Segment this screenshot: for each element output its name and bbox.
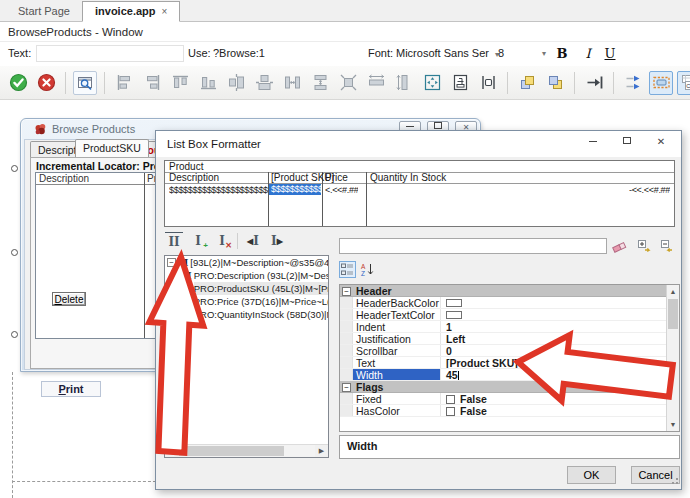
preview-sample-price[interactable]: <.<<#.##: [325, 185, 358, 196]
minimize-button[interactable]: [577, 131, 609, 153]
tree-column-item[interactable]: IPRO:Price (37D(16)|M~Price~L(2: [165, 295, 328, 308]
space-evenly-across-button[interactable]: [280, 71, 304, 95]
contain-controls-button[interactable]: [448, 71, 472, 95]
column-divider[interactable]: [268, 172, 269, 226]
selection-handle[interactable]: [11, 249, 18, 256]
preview-sample-sku-selected[interactable]: $$$$$$$$$$$: [269, 184, 321, 195]
grid-category-header[interactable]: −Header: [340, 285, 668, 297]
flow-order-button[interactable]: [621, 71, 645, 95]
cancel-button[interactable]: [34, 71, 58, 95]
accept-button[interactable]: [6, 71, 30, 95]
underline-button[interactable]: U: [600, 43, 620, 63]
expand-all-icon[interactable]: [636, 238, 653, 255]
set-tab-order-button[interactable]: [582, 71, 606, 95]
grid-row-justification[interactable]: JustificationLeft: [340, 333, 668, 345]
color-swatch[interactable]: [446, 299, 462, 307]
align-middle-vertical-button[interactable]: [224, 71, 248, 95]
grid-row-headerbackcolor[interactable]: HeaderBackColor: [340, 297, 668, 309]
center-in-window-button[interactable]: [420, 71, 444, 95]
collapse-icon[interactable]: −: [342, 383, 351, 392]
sort-alphabetical-icon[interactable]: AZ: [359, 261, 376, 278]
italic-button[interactable]: I: [578, 43, 598, 63]
equal-spacing-button[interactable]: [476, 71, 500, 95]
space-evenly-down-button[interactable]: [308, 71, 332, 95]
preview-col-qty-header[interactable]: Quantity In Stock: [370, 173, 446, 183]
scrollbar-thumb[interactable]: [179, 446, 284, 456]
grid-row-scrollbar[interactable]: Scrollbar0: [340, 345, 668, 357]
close-button[interactable]: ✕: [645, 131, 677, 153]
tab-start-page[interactable]: Start Page: [6, 2, 82, 21]
collapse-icon[interactable]: −: [342, 287, 351, 296]
font-size-select[interactable]: 8▾: [498, 45, 546, 62]
column-divider[interactable]: [366, 172, 367, 226]
tab-invoice-app[interactable]: invoice.app×: [82, 1, 180, 22]
preview-col-price-header[interactable]: Price: [325, 173, 348, 183]
collapse-toggle-icon[interactable]: −: [167, 258, 176, 267]
list-column-description[interactable]: Description: [39, 173, 89, 184]
send-to-back-button[interactable]: [543, 71, 567, 95]
move-column-right-icon[interactable]: I▶: [268, 232, 286, 250]
tree-horizontal-scrollbar[interactable]: ◀ ▶: [165, 444, 328, 457]
grid-category-flags[interactable]: −Flags: [340, 381, 668, 393]
eraser-icon[interactable]: [611, 238, 628, 255]
scroll-right-icon[interactable]: ▶: [315, 445, 328, 457]
grid-row-width[interactable]: Width45: [340, 369, 668, 381]
tree-root-item[interactable]: −II[93L(2)|M~Description~@s35@45L(3: [165, 256, 328, 269]
align-top-edges-button[interactable]: [168, 71, 192, 95]
maximize-button[interactable]: [611, 131, 643, 153]
grid-row-hascolor[interactable]: HasColorFalse: [340, 405, 668, 417]
align-right-edges-button[interactable]: [140, 71, 164, 95]
delete-button[interactable]: Delete: [52, 292, 86, 306]
tree-column-item[interactable]: IPRO:QuantityInStock (58D(30)|M: [165, 308, 328, 321]
selection-handle[interactable]: [11, 331, 18, 338]
resize-same-width-button[interactable]: [364, 71, 388, 95]
ok-button[interactable]: OK: [567, 466, 616, 484]
align-bottom-edges-button[interactable]: [196, 71, 220, 95]
bold-button[interactable]: B: [552, 43, 572, 63]
dialog-title-bar[interactable]: List Box Formatter ✕: [156, 131, 681, 157]
scroll-left-icon[interactable]: ◀: [165, 445, 178, 457]
column-tree[interactable]: −II[93L(2)|M~Description~@s35@45L(3IPRO:…: [164, 255, 329, 458]
toggle-selection-outline-button[interactable]: [649, 71, 673, 95]
categorized-view-icon[interactable]: [339, 261, 356, 278]
font-name-select[interactable]: Microsoft Sans Ser▾: [396, 45, 499, 62]
print-button[interactable]: Print: [41, 381, 101, 397]
column-properties-icon[interactable]: II: [165, 232, 183, 250]
bring-to-front-button[interactable]: [515, 71, 539, 95]
toggle-cancel-overlay-button[interactable]: Can: [677, 71, 690, 95]
property-filter-input[interactable]: [339, 238, 607, 254]
text-input[interactable]: [36, 45, 184, 62]
use-value[interactable]: ?Browse:1: [213, 47, 265, 59]
preview-col-description-header[interactable]: Description: [169, 173, 219, 183]
scroll-up-icon[interactable]: ▲: [667, 285, 679, 298]
color-swatch[interactable]: [446, 311, 462, 319]
scroll-down-icon[interactable]: ▼: [667, 418, 679, 431]
resize-grip[interactable]: [670, 478, 678, 486]
delete-column-icon[interactable]: I✕: [213, 232, 231, 250]
tree-column-item[interactable]: IPRO:Description (93L(2)|M~Desc: [165, 269, 328, 282]
grid-row-headertextcolor[interactable]: HeaderTextColor: [340, 309, 668, 321]
preview-sample-description[interactable]: $$$$$$$$$$$$$$$$$$$$$$$$$$: [169, 185, 268, 196]
scrollbar-thumb[interactable]: [668, 299, 678, 329]
checkbox[interactable]: [446, 407, 455, 416]
grid-row-fixed[interactable]: FixedFalse: [340, 393, 668, 405]
listbox-preview[interactable]: Product Description [Product SKU] Price …: [164, 160, 675, 227]
align-middle-horizontal-button[interactable]: [252, 71, 276, 95]
move-column-left-icon[interactable]: ◀I: [244, 232, 262, 250]
resize-same-size-button[interactable]: [336, 71, 360, 95]
align-left-edges-button[interactable]: [112, 71, 136, 95]
grid-vertical-scrollbar[interactable]: ▲ ▼: [666, 285, 679, 431]
grid-row-text[interactable]: Text[Product SKU]: [340, 357, 668, 369]
preview-sample-qty[interactable]: -<<.<<#.##: [629, 185, 670, 196]
close-tab-icon[interactable]: ×: [162, 6, 168, 17]
preview-window-button[interactable]: [73, 71, 97, 95]
resize-same-height-button[interactable]: [392, 71, 416, 95]
tab-productsku[interactable]: ProductSKU: [75, 139, 149, 157]
insert-column-icon[interactable]: I+: [189, 232, 207, 250]
selection-handle[interactable]: [11, 165, 18, 172]
property-grid[interactable]: −HeaderHeaderBackColorHeaderTextColorInd…: [339, 284, 680, 432]
grid-row-indent[interactable]: Indent1: [340, 321, 668, 333]
checkbox[interactable]: [446, 395, 455, 404]
collapse-all-icon[interactable]: [659, 238, 676, 255]
tree-column-item[interactable]: IPRO:ProductSKU (45L(3)|M~[Pro: [165, 282, 328, 295]
